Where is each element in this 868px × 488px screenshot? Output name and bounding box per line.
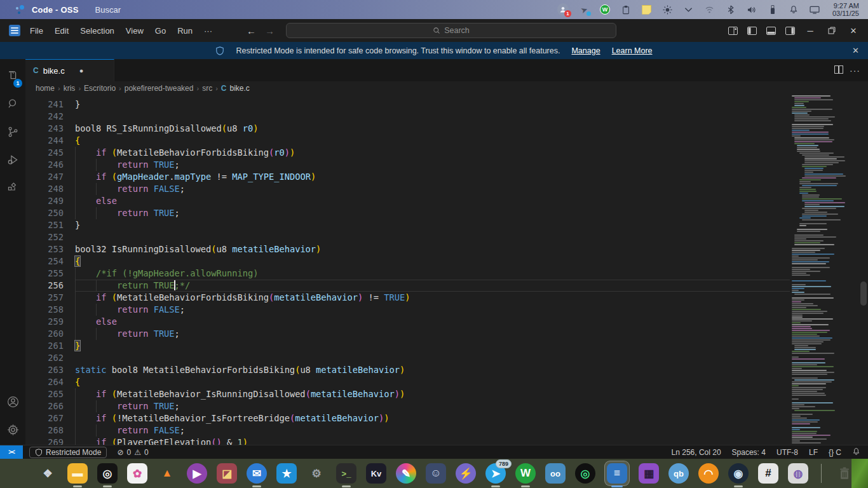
taskbar-media-player[interactable]: ▶ [186,463,208,484]
remote-indicator[interactable]: >< [0,445,23,459]
taskbar-app-launcher[interactable]: ❖ [37,463,58,484]
taskbar-settings-app[interactable]: ⚙ [306,463,327,484]
code-line-256[interactable]: 256 return TRUE;*/ [25,280,868,292]
menu-run[interactable]: Run [172,24,198,38]
indentation-status[interactable]: Spaces: 4 [732,448,766,457]
telegram-tray-icon[interactable]: ➤ [578,4,590,15]
menu-go[interactable]: Go [149,24,172,38]
customize-layout-icon[interactable] [724,23,741,38]
encoding-status[interactable]: UTF-8 [776,448,798,457]
minimap[interactable] [789,95,859,445]
clock[interactable]: 9:27 AM 03/11/25 [832,2,859,17]
code-line-249[interactable]: 249 else [25,195,868,207]
sticky-note-icon[interactable] [641,4,653,15]
manage-link[interactable]: Manage [571,46,600,55]
toggle-panel-icon[interactable] [763,23,779,38]
code-line-265[interactable]: 265 if (MetatileBehavior_IsRunningDisall… [25,388,868,400]
code-line-252[interactable]: 252 [25,231,868,243]
breadcrumb-item-escritorio[interactable]: Escritorio [84,84,116,93]
taskbar-power-plug-app[interactable]: ⚡ [455,463,477,484]
breadcrumb-file[interactable]: Cbike.c [221,84,250,93]
taskbar-file-manager[interactable]: ▬ [67,463,88,484]
taskbar-thunderbird-mail[interactable]: ✉ [246,463,268,484]
activity-item-run-debug[interactable] [0,147,25,175]
display-icon[interactable] [809,4,820,15]
taskbar-sparkle-text-app[interactable]: ★ [276,463,297,484]
code-line-253[interactable]: 253bool32 IsRunningDisallowed(u8 metatil… [25,243,868,255]
nav-back-icon[interactable]: ← [247,25,256,36]
usb-icon[interactable] [767,4,778,15]
code-line-245[interactable]: 245 if (MetatileBehaviorForbidsBiking(r0… [25,147,868,159]
taskbar-retro-handheld-app[interactable]: ▦ [638,463,660,484]
split-editor-icon[interactable] [834,65,843,76]
activity-item-extensions[interactable] [0,175,25,203]
close-window-button[interactable]: ✕ [844,22,863,39]
activity-item-accounts[interactable] [0,389,25,417]
code-line-250[interactable]: 250 return TRUE; [25,207,868,219]
menu-view[interactable]: View [120,24,149,38]
taskbar-terminal-app[interactable]: >_ [336,463,357,484]
whatsapp-tray-icon[interactable]: W [599,4,611,15]
activity-item-settings-gear[interactable] [0,417,25,445]
taskbar-steam-app[interactable]: ◉ [728,463,749,484]
code-line-248[interactable]: 248 return FALSE; [25,183,868,195]
wifi-icon[interactable] [704,4,715,15]
notifications-bell-icon[interactable] [852,447,860,458]
taskbar-green-rings-app[interactable]: ◎ [574,463,596,484]
taskbar-kvantum-app[interactable]: Kv [365,463,387,484]
code-line-263[interactable]: 263static bool8 MetatileBehaviorForbidsB… [25,364,868,376]
taskbar-retroarch-app[interactable]: # [757,463,779,484]
code-line-264[interactable]: 264{ [25,376,868,388]
volume-icon[interactable] [746,4,757,15]
eol-status[interactable]: LF [809,448,818,457]
taskbar-software-store[interactable]: ✿ [126,463,148,484]
messenger-avatar-icon[interactable]: 1 [557,4,569,15]
code-line-255[interactable]: 255 /*if (!gMapHeader.allowRunning) [25,268,868,280]
clipboard-icon[interactable] [620,4,632,15]
taskbar-code-oss-app[interactable]: ≡ [604,461,630,486]
toggle-sidebar-icon[interactable] [743,23,760,38]
taskbar-godot-engine[interactable]: oo [545,463,566,484]
code-line-242[interactable]: 242 [25,111,868,123]
language-mode-status[interactable]: {} C [829,448,841,457]
code-line-243[interactable]: 243bool8 RS_IsRunningDisallowed(u8 r0) [25,123,868,135]
menu-selection[interactable]: Selection [74,24,119,38]
nav-forward-icon[interactable]: → [265,25,275,36]
chevron-down-icon[interactable] [683,4,695,15]
breadcrumb-item-kris[interactable]: kris [64,84,76,93]
more-actions-icon[interactable]: ··· [850,65,860,76]
breadcrumb-item-home[interactable]: home [36,84,55,93]
code-line-262[interactable]: 262 [25,352,868,364]
editor-scrollbar[interactable] [860,281,867,306]
menu-moremoremore[interactable]: ··· [198,24,218,38]
menu-edit[interactable]: Edit [49,24,74,38]
code-line-247[interactable]: 247 if (gMapHeader.mapType != MAP_TYPE_I… [25,171,868,183]
code-editor[interactable]: 241}242243bool8 RS_IsRunningDisallowed(u… [25,95,868,445]
code-line-259[interactable]: 259 else [25,316,868,328]
taskbar-vlc-player[interactable]: ▲ [156,463,178,484]
brightness-icon[interactable] [662,4,674,15]
activity-item-explorer[interactable]: 1 [0,63,25,91]
code-line-246[interactable]: 246 return TRUE; [25,159,868,171]
restore-button[interactable] [822,22,841,39]
restricted-mode-status[interactable]: Restricted Mode [29,447,107,458]
vscode-logo-icon[interactable] [9,25,20,36]
banner-close-icon[interactable]: ✕ [852,46,859,55]
code-line-257[interactable]: 257 if (MetatileBehaviorForbidsBiking(me… [25,292,868,304]
bluetooth-icon[interactable] [725,4,736,15]
code-line-268[interactable]: 268 return FALSE; [25,424,868,437]
code-line-241[interactable]: 241} [25,98,868,111]
menu-file[interactable]: File [24,24,49,38]
code-line-260[interactable]: 260 return TRUE; [25,328,868,340]
code-line-267[interactable]: 267 if (!MetatileBehavior_IsFortreeBridg… [25,412,868,424]
code-line-251[interactable]: 251} [25,219,868,231]
code-line-254[interactable]: 254{ [25,255,868,268]
taskbar-telegram-app[interactable]: ➤789 [485,463,506,484]
learn-more-link[interactable]: Learn More [612,46,653,55]
taskbar-orange-mascot-app[interactable]: ◠ [698,463,719,484]
taskbar-smiley-app[interactable]: ☺ [425,463,447,484]
code-line-244[interactable]: 244{ [25,135,868,147]
taskbar-whatsapp-app[interactable]: W [515,463,536,484]
taskbar-krita-app[interactable]: ✎ [395,463,417,484]
taskbar-music-rings-app[interactable]: ◎ [97,463,118,484]
